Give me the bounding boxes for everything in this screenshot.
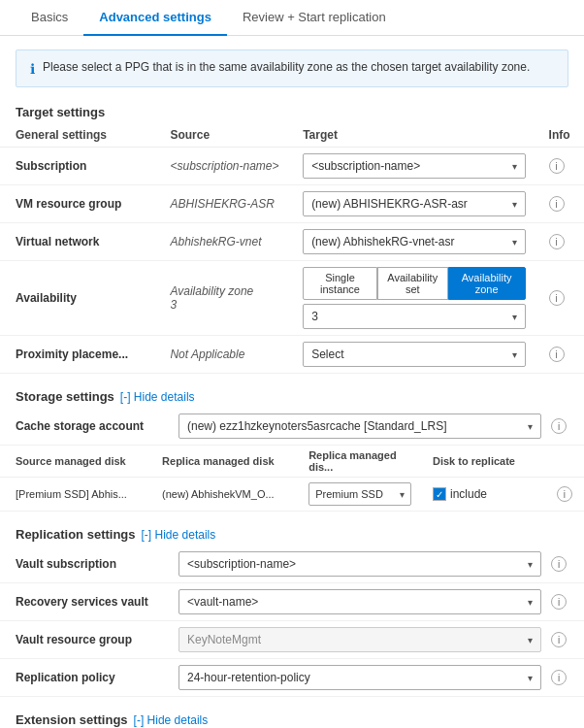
recovery-vault-value: <vault-name>	[187, 595, 258, 609]
disk-info-icon[interactable]: i	[557, 486, 572, 502]
availability-info-icon[interactable]: i	[549, 290, 565, 306]
table-row-virtual-network: Virtual network AbhishekRG-vnet (new) Ab…	[0, 223, 584, 261]
table-row-proximity: Proximity placeme... Not Applicable Sele…	[0, 336, 584, 374]
col-source-managed: Source managed disk	[0, 446, 146, 478]
cache-storage-dropdown[interactable]: (new) ezz1hzkeynoters5asrcache [Standard…	[178, 414, 541, 439]
availability-source: Availability zone 3	[170, 284, 279, 312]
availability-label: Availability	[16, 291, 77, 305]
replication-settings-header: Replication settings	[16, 527, 136, 542]
tab-basics[interactable]: Basics	[16, 0, 83, 36]
table-row-vm-resource-group: VM resource group ABHISHEKRG-ASR (new) A…	[0, 185, 584, 223]
chevron-down-icon: ▾	[512, 349, 517, 360]
disk-type-dropdown[interactable]: Premium SSD ▾	[308, 482, 411, 506]
replication-policy-info-icon[interactable]: i	[551, 670, 567, 685]
col-header-source: Source	[154, 123, 287, 148]
vault-subscription-dropdown[interactable]: <subscription-name> ▾	[178, 551, 541, 577]
include-checkbox-row: include	[433, 487, 535, 501]
single-instance-btn[interactable]: Single instance	[303, 267, 377, 300]
subscription-dropdown[interactable]: <subscription-name> ▾	[303, 153, 525, 179]
cache-storage-row: Cache storage account (new) ezz1hzkeynot…	[0, 408, 584, 446]
vault-rg-label: Vault resource group	[16, 633, 171, 646]
replication-policy-label: Replication policy	[16, 671, 171, 684]
storage-hide-link[interactable]: [-] Hide details	[120, 390, 195, 404]
replication-hide-link[interactable]: [-] Hide details	[142, 528, 216, 542]
cache-storage-info-icon[interactable]: i	[551, 418, 567, 434]
subscription-value: <subscription-name>	[311, 159, 420, 173]
vnet-source: AbhishekRG-vnet	[170, 235, 261, 248]
chevron-down-icon: ▾	[512, 161, 517, 172]
tab-advanced[interactable]: Advanced settings	[83, 0, 227, 36]
availability-type-buttons: Single instance Availability set Availab…	[303, 267, 525, 300]
replication-policy-value: 24-hour-retention-policy	[187, 671, 310, 684]
vm-rg-source: ABHISHEKRG-ASR	[170, 197, 274, 211]
replication-policy-dropdown[interactable]: 24-hour-retention-policy ▾	[178, 665, 541, 690]
disk-settings-table: Source managed disk Replica managed disk…	[0, 446, 584, 512]
col-header-target: Target	[287, 123, 533, 148]
vm-rg-label: VM resource group	[16, 197, 121, 211]
cache-storage-label: Cache storage account	[16, 419, 171, 433]
vault-subscription-label: Vault subscription	[16, 557, 171, 571]
extension-settings-section: Extension settings [-] Hide details	[0, 705, 584, 728]
chevron-down-icon: ▾	[528, 421, 533, 432]
vault-subscription-value: <subscription-name>	[187, 557, 296, 571]
proximity-label: Proximity placeme...	[16, 347, 128, 361]
include-checkbox[interactable]	[433, 487, 446, 501]
vm-rg-info-icon[interactable]: i	[549, 196, 565, 212]
replication-settings-section: Replication settings [-] Hide details	[0, 519, 584, 546]
proximity-dropdown[interactable]: Select ▾	[303, 342, 525, 367]
vault-rg-info-icon[interactable]: i	[551, 632, 567, 647]
vnet-info-icon[interactable]: i	[549, 234, 565, 249]
disk-row: [Premium SSD] Abhis... (new) AbhishekVM_…	[0, 478, 584, 512]
vnet-value: (new) AbhishekRG-vnet-asr	[311, 235, 454, 248]
chevron-down-icon: ▾	[528, 673, 533, 683]
recovery-vault-info-icon[interactable]: i	[551, 594, 567, 610]
vm-rg-value: (new) ABHISHEKRG-ASR-asr	[311, 197, 468, 211]
extension-hide-link[interactable]: [-] Hide details	[134, 713, 209, 727]
col-replica-managed: Replica managed disk	[146, 446, 293, 478]
availability-zone-btn[interactable]: Availability zone	[448, 267, 526, 300]
vault-rg-dropdown: KeyNoteMgmt ▾	[178, 627, 541, 652]
vault-subscription-row: Vault subscription <subscription-name> ▾…	[0, 546, 584, 583]
recovery-vault-dropdown[interactable]: <vault-name> ▾	[178, 589, 541, 614]
vm-rg-dropdown[interactable]: (new) ABHISHEKRG-ASR-asr ▾	[303, 191, 525, 216]
info-banner-text: Please select a PPG that is in the same …	[43, 60, 530, 74]
storage-settings-section: Storage settings [-] Hide details	[0, 381, 584, 408]
availability-set-btn[interactable]: Availability set	[377, 267, 448, 300]
extension-settings-header: Extension settings	[16, 712, 128, 727]
tab-review[interactable]: Review + Start replication	[227, 0, 402, 36]
zone-number-dropdown[interactable]: 3 ▾	[303, 304, 525, 329]
vnet-dropdown[interactable]: (new) AbhishekRG-vnet-asr ▾	[303, 229, 525, 254]
target-settings-header: Target settings	[0, 97, 584, 123]
col-disk-to-replicate: Disk to replicate	[417, 446, 541, 478]
table-row-availability: Availability Availability zone 3 Single …	[0, 261, 584, 336]
disk-source-managed-value: [Premium SSD] Abhis...	[16, 488, 127, 500]
proximity-value: Select	[311, 347, 343, 361]
chevron-down-icon: ▾	[528, 597, 533, 608]
disk-replica-managed-value: (new) AbhishekVM_O...	[162, 488, 275, 500]
zone-number-value: 3	[311, 310, 318, 323]
col-replica-managed-dis: Replica managed dis...	[293, 446, 417, 478]
col-header-info: Info	[534, 123, 584, 148]
cache-storage-value: (new) ezz1hzkeynoters5asrcache [Standard…	[187, 419, 446, 433]
col-disk-info	[541, 446, 584, 478]
col-header-general: General settings	[0, 123, 154, 148]
subscription-info-icon[interactable]: i	[549, 158, 565, 174]
target-settings-table: General settings Source Target Info Subs…	[0, 123, 584, 374]
vnet-label: Virtual network	[16, 235, 99, 248]
vault-subscription-info-icon[interactable]: i	[551, 556, 567, 572]
chevron-down-icon: ▾	[528, 559, 533, 570]
recovery-vault-label: Recovery services vault	[16, 595, 171, 609]
storage-settings-header: Storage settings	[16, 389, 114, 404]
vault-rg-value: KeyNoteMgmt	[187, 633, 261, 646]
subscription-label: Subscription	[16, 159, 86, 173]
chevron-down-icon: ▾	[528, 635, 533, 645]
chevron-down-icon: ▾	[512, 237, 517, 248]
chevron-down-icon: ▾	[512, 199, 517, 210]
replication-policy-row: Replication policy 24-hour-retention-pol…	[0, 659, 584, 697]
vault-resource-group-row: Vault resource group KeyNoteMgmt ▾ i	[0, 621, 584, 659]
proximity-info-icon[interactable]: i	[549, 347, 565, 362]
availability-source-zone: Availability zone	[170, 284, 279, 298]
chevron-down-icon: ▾	[400, 489, 405, 500]
disk-type-value: Premium SSD	[315, 488, 383, 500]
recovery-services-vault-row: Recovery services vault <vault-name> ▾ i	[0, 583, 584, 621]
